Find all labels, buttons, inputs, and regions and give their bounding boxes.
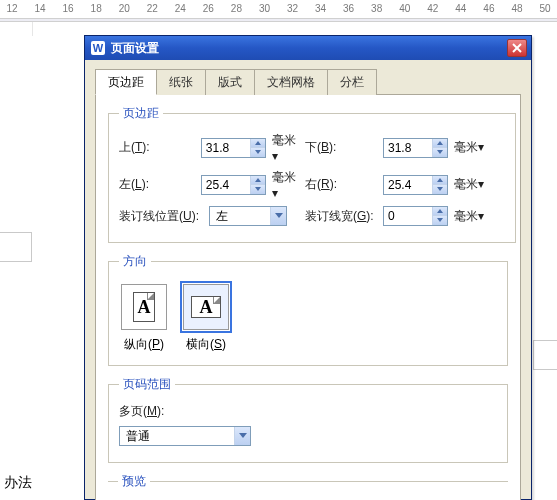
chevron-down-icon[interactable] [433,148,447,157]
titlebar[interactable]: W 页面设置 [85,36,531,60]
close-button[interactable] [507,39,527,57]
chevron-down-icon[interactable] [433,185,447,194]
ruler-tick: 20 [119,3,130,14]
margin-left-unit: 毫米▾ [272,169,299,200]
ruler-tick: 32 [287,3,298,14]
ruler-tick: 40 [399,3,410,14]
orientation-portrait[interactable]: A 纵向(P) [121,284,167,353]
orientation-landscape[interactable]: A 横向(S) [183,284,229,353]
chevron-down-icon [270,207,286,225]
ruler-tick: 22 [147,3,158,14]
app-icon: W [91,41,105,55]
margin-left-label: 左(L): [119,176,197,193]
ruler-tick: 44 [455,3,466,14]
ruler-tick: 36 [343,3,354,14]
chevron-up-icon[interactable] [251,176,265,185]
ruler-tick: 48 [511,3,522,14]
orientation-portrait-label: 纵向(P) [124,336,164,353]
tab-docgrid[interactable]: 文档网格 [254,69,328,95]
pages-legend: 页码范围 [119,376,175,393]
chevron-down-icon[interactable] [251,148,265,157]
ruler-tick: 38 [371,3,382,14]
close-icon [512,43,522,53]
ruler-tick: 18 [91,3,102,14]
document-text: 办法 [4,474,32,492]
margin-right-spinner[interactable] [383,175,448,195]
orientation-landscape-label: 横向(S) [186,336,226,353]
ruler[interactable]: 1214161820222426283032343638404244464850 [0,0,557,18]
gutter-width-unit: 毫米▾ [454,208,484,225]
tab-paper[interactable]: 纸张 [156,69,206,95]
dialog-title: 页面设置 [111,40,501,57]
orientation-group: 方向 A 纵向(P) A 横向(S) [108,253,508,366]
ruler-tick: 12 [6,3,17,14]
tab-margins[interactable]: 页边距 [95,69,157,95]
page-edge [0,232,32,262]
ruler-tick: 26 [203,3,214,14]
margin-top-label: 上(T): [119,139,197,156]
gutter-width-label: 装订线宽(G): [305,208,379,225]
gutter-width-spinner[interactable] [383,206,448,226]
preview-legend: 预览 [118,473,150,490]
orientation-legend: 方向 [119,253,151,270]
tab-bar: 页边距 纸张 版式 文档网格 分栏 [95,68,521,95]
chevron-up-icon[interactable] [433,207,447,216]
ruler-tick: 24 [175,3,186,14]
page-edge [533,340,557,370]
margin-bottom-input[interactable] [384,139,432,157]
ruler-tick: 28 [231,3,242,14]
tab-panel-margins: 页边距 上(T): 毫米▾ 下(B): [95,95,521,500]
margin-top-input[interactable] [202,139,250,157]
chevron-down-icon [234,427,250,445]
preview-group: 预览 应用于(Y): 本节 [108,473,508,500]
gutter-pos-select[interactable]: 左 [209,206,287,226]
gutter-width-input[interactable] [384,207,432,225]
pages-group: 页码范围 多页(M): 普通 [108,376,508,463]
margin-top-spinner[interactable] [201,138,266,158]
ruler-tick: 34 [315,3,326,14]
chevron-up-icon[interactable] [433,139,447,148]
margin-right-input[interactable] [384,176,432,194]
chevron-up-icon[interactable] [433,176,447,185]
multi-pages-label: 多页(M): [119,403,164,420]
margin-top-unit: 毫米▾ [272,132,299,163]
margin-bottom-spinner[interactable] [383,138,448,158]
chevron-up-icon[interactable] [251,139,265,148]
gutter-pos-label: 装订线位置(U): [119,208,205,225]
ruler-tick: 16 [63,3,74,14]
ruler-tick: 30 [259,3,270,14]
tab-layout[interactable]: 版式 [205,69,255,95]
margin-left-input[interactable] [202,176,250,194]
chevron-down-icon[interactable] [433,216,447,225]
tab-columns[interactable]: 分栏 [327,69,377,95]
margin-right-unit: 毫米▾ [454,176,484,193]
ruler-tick: 46 [483,3,494,14]
margin-right-label: 右(R): [305,176,379,193]
margin-left-spinner[interactable] [201,175,266,195]
margins-legend: 页边距 [119,105,163,122]
ruler-tick: 50 [539,3,550,14]
multi-pages-select[interactable]: 普通 [119,426,251,446]
ruler-tick: 14 [34,3,45,14]
margins-group: 页边距 上(T): 毫米▾ 下(B): [108,105,516,243]
margin-bottom-unit: 毫米▾ [454,139,484,156]
ruler-tick: 42 [427,3,438,14]
margin-bottom-label: 下(B): [305,139,379,156]
page-setup-dialog: W 页面设置 页边距 纸张 版式 文档网格 分栏 页边距 上 [84,35,532,500]
chevron-down-icon[interactable] [251,185,265,194]
